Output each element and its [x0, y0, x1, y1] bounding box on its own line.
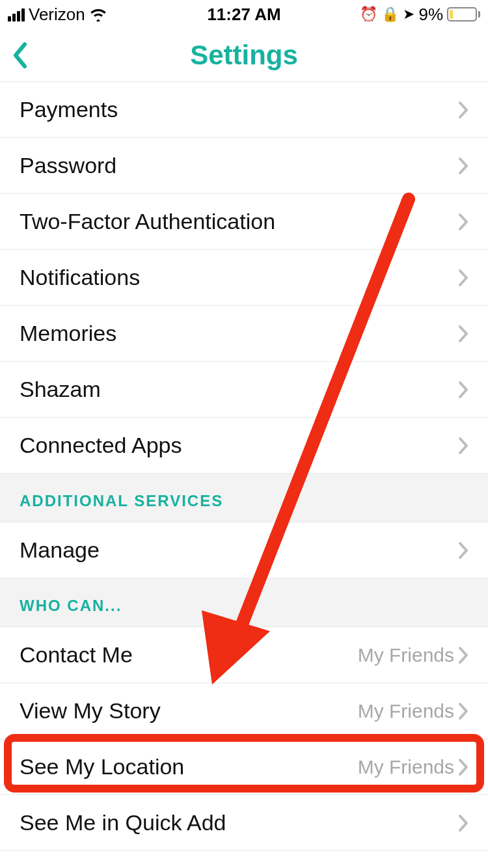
row-trail: My Friends: [358, 644, 468, 666]
settings-list: PaymentsPasswordTwo-Factor Authenticatio…: [0, 82, 488, 851]
settings-row-connected[interactable]: Connected Apps: [0, 418, 488, 474]
chevron-right-icon: [458, 381, 468, 399]
chevron-right-icon: [458, 814, 468, 832]
settings-row-notifications[interactable]: Notifications: [0, 250, 488, 306]
chevron-left-icon: [12, 42, 30, 69]
settings-row-view-story[interactable]: View My StoryMy Friends: [0, 683, 488, 739]
wifi-icon: [89, 7, 107, 21]
row-label: Two-Factor Authentication: [20, 209, 275, 234]
row-trail: [458, 814, 468, 832]
settings-row-quick-add[interactable]: See Me in Quick Add: [0, 795, 488, 851]
chevron-right-icon: [458, 758, 468, 776]
orientation-lock-icon: 🔒: [381, 7, 399, 21]
chevron-right-icon: [458, 646, 468, 664]
row-label: Password: [20, 153, 116, 178]
settings-row-contact-me[interactable]: Contact MeMy Friends: [0, 627, 488, 683]
chevron-right-icon: [458, 213, 468, 231]
settings-row-password[interactable]: Password: [0, 138, 488, 194]
chevron-right-icon: [458, 101, 468, 119]
settings-row-manage[interactable]: Manage: [0, 522, 488, 578]
page-title: Settings: [190, 40, 298, 71]
settings-row-see-location[interactable]: See My LocationMy Friends: [0, 739, 488, 795]
status-left: Verizon: [8, 5, 107, 25]
row-label: Memories: [20, 321, 116, 346]
battery-icon: [447, 7, 480, 21]
row-trail: [458, 437, 468, 455]
settings-row-shazam[interactable]: Shazam: [0, 362, 488, 418]
row-trail: [458, 541, 468, 560]
settings-row-two-factor[interactable]: Two-Factor Authentication: [0, 194, 488, 250]
settings-row-payments[interactable]: Payments: [0, 82, 488, 138]
chevron-right-icon: [458, 325, 468, 343]
row-trail: My Friends: [358, 756, 468, 778]
row-value: My Friends: [358, 756, 454, 778]
carrier-label: Verizon: [29, 5, 85, 25]
settings-row-memories[interactable]: Memories: [0, 306, 488, 362]
row-trail: [458, 269, 468, 287]
row-trail: [458, 101, 468, 119]
row-label: Contact Me: [20, 642, 133, 668]
status-right: ⏰ 🔒 ➤ 9%: [360, 5, 480, 25]
nav-header: Settings: [0, 29, 488, 82]
row-label: See Me in Quick Add: [20, 810, 226, 835]
row-label: Connected Apps: [20, 433, 182, 458]
row-trail: My Friends: [358, 700, 468, 722]
status-bar: Verizon 11:27 AM ⏰ 🔒 ➤ 9%: [0, 0, 488, 29]
row-label: Notifications: [20, 265, 140, 290]
chevron-right-icon: [458, 437, 468, 455]
row-label: Payments: [20, 97, 118, 122]
row-value: My Friends: [358, 644, 454, 666]
chevron-right-icon: [458, 157, 468, 175]
row-label: See My Location: [20, 754, 184, 780]
row-label: Shazam: [20, 377, 101, 402]
row-trail: [458, 157, 468, 175]
section-header-sec2: WHO CAN...: [0, 578, 488, 627]
row-label: View My Story: [20, 698, 161, 724]
chevron-right-icon: [458, 541, 468, 560]
row-trail: [458, 213, 468, 231]
chevron-right-icon: [458, 702, 468, 720]
signal-bars-icon: [8, 7, 25, 21]
row-label: Manage: [20, 537, 100, 563]
row-trail: [458, 325, 468, 343]
row-value: My Friends: [358, 700, 454, 722]
alarm-icon: ⏰: [360, 7, 377, 21]
battery-percent: 9%: [418, 5, 443, 25]
section-header-sec1: ADDITIONAL SERVICES: [0, 474, 488, 522]
location-icon: ➤: [403, 7, 414, 21]
row-trail: [458, 381, 468, 399]
back-button[interactable]: [12, 29, 30, 81]
chevron-right-icon: [458, 269, 468, 287]
